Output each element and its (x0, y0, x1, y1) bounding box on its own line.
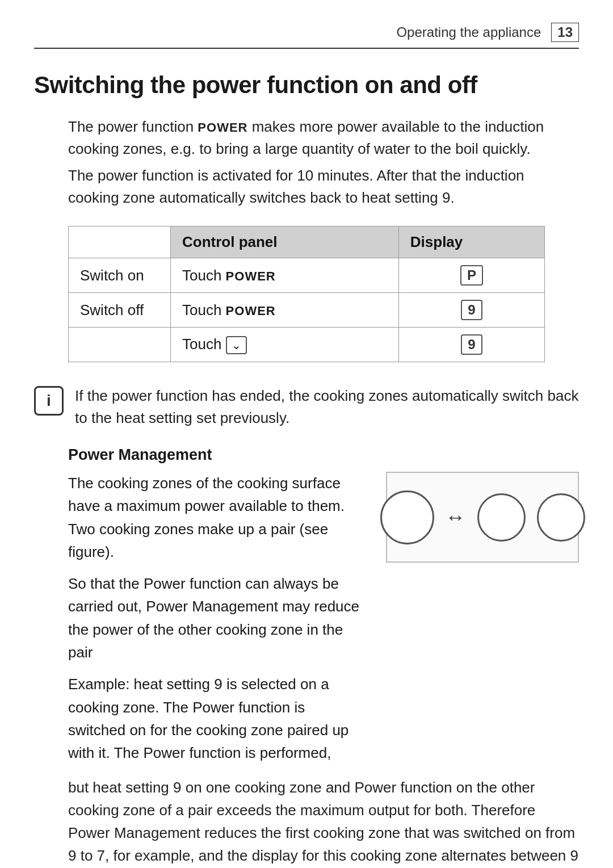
zone-circle-left (380, 490, 434, 544)
page-container: Operating the appliance 13 Switching the… (0, 0, 613, 868)
zone-circle-right (537, 493, 585, 542)
chevron-icon: ⌄ (226, 336, 247, 354)
intro-text: The power function POWER makes more powe… (68, 116, 579, 209)
col-header-display: Display (398, 227, 544, 258)
table-wrapper: Control panel Display Switch on Touch PO… (68, 226, 545, 362)
table-row: Switch on Touch POWER P (69, 258, 545, 293)
page-header: Operating the appliance 13 (34, 23, 579, 49)
power-label-2: POWER (226, 269, 276, 283)
display-switch-on: P (398, 258, 544, 293)
table-row: Touch ⌄ 9 (69, 328, 545, 362)
continued-text: but heat setting 9 on one cooking zone a… (68, 776, 579, 868)
power-management-content: The cooking zones of the cooking surface… (68, 472, 579, 765)
table-row: Switch off Touch POWER 9 (69, 293, 545, 328)
pm-text-part2: So that the Power function can always be… (68, 572, 363, 664)
pm-text-part3: Example: heat setting 9 is selected on a… (68, 673, 363, 764)
zone-circle-middle (477, 493, 526, 542)
display-switch-off: 9 (398, 293, 544, 328)
pm-text-column: The cooking zones of the cooking surface… (68, 472, 363, 765)
col-header-control-panel: Control panel (171, 227, 399, 258)
page-title: Switching the power function on and off (34, 72, 579, 99)
arrow-icon: ↔ (446, 505, 466, 529)
info-block: i If the power function has ended, the c… (34, 385, 579, 429)
power-label-3: POWER (226, 304, 276, 318)
action-switch-off: Switch off (69, 293, 171, 328)
intro-line2: The power function is activated for 10 m… (68, 165, 579, 209)
info-note-text: If the power function has ended, the coo… (75, 385, 579, 429)
display-9b: 9 (398, 328, 544, 362)
power-management-title: Power Management (68, 446, 579, 464)
control-switch-on: Touch POWER (171, 258, 399, 293)
control-touch-chevron: Touch ⌄ (171, 328, 399, 362)
pm-text-part1: The cooking zones of the cooking surface… (68, 472, 363, 563)
info-icon: i (34, 386, 64, 416)
header-section-title: Operating the appliance (396, 24, 541, 40)
display-9a: 9 (461, 300, 482, 320)
power-management-section: Power Management The cooking zones of th… (68, 446, 579, 765)
cooking-zones-diagram: ↔ (386, 472, 579, 563)
power-label-1: POWER (198, 120, 247, 135)
intro-line1: The power function POWER makes more powe… (68, 116, 579, 160)
control-switch-off: Touch POWER (171, 293, 399, 328)
display-p: P (460, 265, 483, 286)
info-icon-label: i (47, 392, 51, 410)
action-empty (69, 328, 171, 362)
display-9c: 9 (461, 334, 482, 355)
pm-continued: but heat setting 9 on one cooking zone a… (68, 776, 579, 868)
pm-image-column: ↔ (386, 472, 579, 563)
header-page-number: 13 (551, 23, 579, 42)
col-header-empty (69, 227, 171, 258)
power-table: Control panel Display Switch on Touch PO… (68, 226, 545, 362)
action-switch-on: Switch on (69, 258, 171, 293)
